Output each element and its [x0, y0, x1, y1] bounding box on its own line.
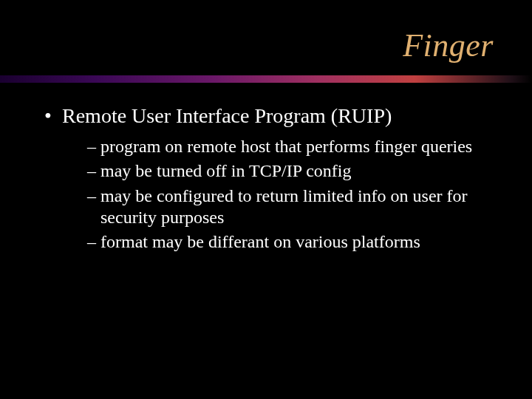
dash-icon: –: [87, 136, 96, 157]
subitem-text: format may be differant on various platf…: [100, 232, 420, 251]
dash-icon: –: [87, 185, 96, 207]
slide: Finger • Remote User Interface Program (…: [0, 0, 532, 399]
dash-icon: –: [87, 160, 96, 182]
title-area: Finger: [0, 27, 532, 64]
dash-icon: –: [87, 231, 96, 253]
bullet-level1: • Remote User Interface Program (RUIP) –…: [44, 103, 495, 253]
subitem-text: may be turned off in TCP/IP config: [100, 161, 352, 180]
bullet-icon: •: [44, 103, 52, 129]
body-area: • Remote User Interface Program (RUIP) –…: [44, 103, 495, 262]
sublist: – program on remote host that performs f…: [62, 136, 495, 253]
subitem: – may be configured to return limited in…: [87, 185, 495, 229]
subitem-text: program on remote host that performs fin…: [100, 137, 472, 156]
slide-title: Finger: [403, 27, 494, 64]
subitem: – may be turned off in TCP/IP config: [87, 160, 495, 182]
subitem: – format may be differant on various pla…: [87, 231, 495, 253]
bullet-level1-text: Remote User Interface Program (RUIP): [62, 104, 392, 127]
subitem-text: may be configured to return limited info…: [100, 186, 468, 227]
divider-bar: [0, 75, 532, 83]
subitem: – program on remote host that performs f…: [87, 136, 495, 157]
